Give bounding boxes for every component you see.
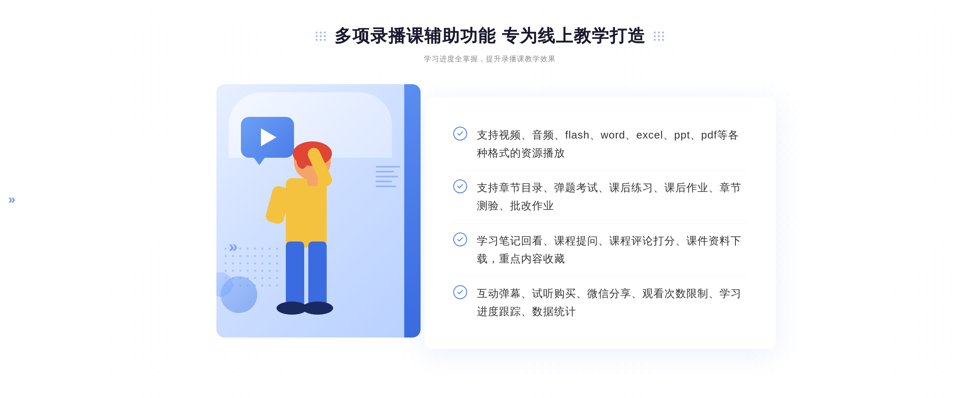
person-illustration bbox=[237, 121, 368, 338]
check-icon-1 bbox=[453, 127, 467, 141]
illustration-wrapper: » bbox=[204, 84, 433, 362]
features-card: 支持视频、音频、flash、word、excel、ppt、pdf等各种格式的资源… bbox=[425, 97, 776, 349]
feature-text-3: 学习笔记回看、课程提问、课程评论打分、课件资料下载，重点内容收藏 bbox=[477, 232, 747, 268]
svg-rect-7 bbox=[308, 241, 327, 307]
decoration-dots-left bbox=[316, 31, 326, 41]
check-icon-2 bbox=[453, 179, 467, 193]
feature-item-1: 支持视频、音频、flash、word、excel、ppt、pdf等各种格式的资源… bbox=[453, 118, 747, 170]
check-icon-3 bbox=[453, 233, 467, 246]
lines-decoration bbox=[376, 166, 400, 187]
feature-text-1: 支持视频、音频、flash、word、excel、ppt、pdf等各种格式的资源… bbox=[477, 126, 747, 162]
check-icon-4 bbox=[453, 285, 467, 299]
svg-point-3 bbox=[296, 151, 308, 169]
content-area: » bbox=[204, 84, 776, 362]
svg-rect-0 bbox=[286, 178, 327, 248]
chevron-decoration: » bbox=[229, 237, 238, 256]
feature-text-2: 支持章节目录、弹题考试、课后练习、课后作业、章节测验、批改作业 bbox=[477, 179, 747, 215]
illustration-background: » bbox=[216, 84, 421, 338]
feature-item-3: 学习笔记回看、课程提问、课程评论打分、课件资料下载，重点内容收藏 bbox=[453, 224, 747, 276]
title-row: 多项录播课辅助功能 专为线上教学打造 bbox=[316, 25, 664, 47]
nav-arrow-icon: » bbox=[8, 192, 16, 207]
svg-point-9 bbox=[302, 302, 333, 315]
svg-rect-10 bbox=[307, 176, 318, 186]
feature-text-4: 互动弹幕、试听购买、微信分享、观看次数限制、学习进度跟踪、数据统计 bbox=[477, 284, 747, 320]
feature-item-2: 支持章节目录、弹题考试、课后练习、课后作业、章节测验、批改作业 bbox=[453, 170, 747, 223]
feature-item-4: 互动弹幕、试听购买、微信分享、观看次数限制、学习进度跟踪、数据统计 bbox=[453, 276, 747, 329]
left-navigation: » bbox=[8, 192, 16, 207]
decoration-dots-right bbox=[654, 31, 664, 41]
page-title: 多项录播课辅助功能 专为线上教学打造 bbox=[334, 25, 646, 47]
svg-rect-6 bbox=[286, 241, 304, 307]
page-subtitle: 学习进度全掌握，提升录播课教学效果 bbox=[316, 54, 664, 64]
page-header: 多项录播课辅助功能 专为线上教学打造 学习进度全掌握，提升录播课教学效果 bbox=[316, 25, 664, 64]
